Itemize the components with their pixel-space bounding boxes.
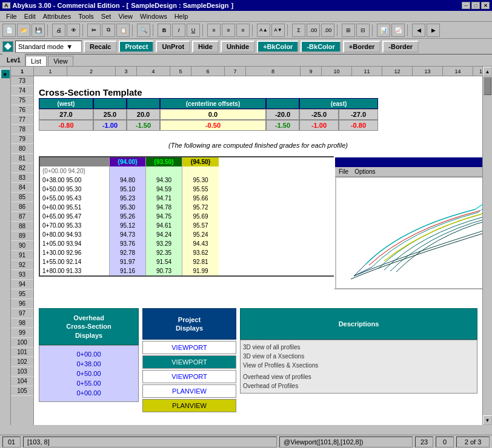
row-78-content — [34, 131, 482, 140]
new-btn[interactable]: 📄 — [2, 24, 16, 37]
popup-options-menu[interactable]: Options — [354, 168, 375, 175]
col4-row8: 94.43 — [182, 239, 219, 248]
cut-btn[interactable]: ✂ — [87, 24, 101, 37]
unhide-btn[interactable]: Unhide — [221, 41, 255, 53]
protect-btn[interactable]: Protect — [119, 41, 154, 53]
status-cell2: [103, 8] — [23, 436, 277, 447]
maximize-btn[interactable]: □ — [471, 2, 480, 9]
formula-btn[interactable]: .00 — [307, 24, 320, 37]
mode-dropdown[interactable]: Standard mode ▼ — [15, 41, 82, 53]
popup-file-menu[interactable]: File — [339, 168, 348, 175]
popup-viewport — [336, 178, 482, 288]
italic-btn[interactable]: I — [172, 24, 185, 37]
menu-help[interactable]: Help — [171, 12, 192, 21]
project-viewport-1[interactable]: VIEWPORT — [142, 341, 236, 354]
col1-row7: 0+80.00 94.93 — [40, 230, 109, 239]
underline-btn[interactable]: U — [187, 24, 200, 37]
overhead-item-2[interactable]: 0+38.00 — [42, 359, 136, 369]
spreadsheet-content[interactable]: Cross-Section Template (west) (centerlin… — [34, 76, 482, 425]
align-center-btn[interactable]: ≡ — [222, 24, 235, 37]
project-planview-2[interactable]: PLANVIEW — [142, 399, 236, 412]
row-100: 100 — [11, 338, 33, 348]
close-btn[interactable]: ✕ — [481, 2, 490, 9]
project-viewport-2[interactable]: VIEWPORT — [142, 355, 236, 369]
recalc-btn[interactable]: Recalc — [84, 41, 117, 53]
sum-btn[interactable]: Σ — [292, 24, 305, 37]
align-left-btn[interactable]: ≡ — [207, 24, 221, 37]
menu-set[interactable]: Set — [98, 12, 115, 21]
preview-btn[interactable]: 👁 — [67, 24, 80, 37]
val-20: 20.0 — [127, 109, 160, 120]
chart-btn[interactable]: 📊 — [377, 24, 390, 37]
col4-row2: 95.55 — [182, 185, 219, 194]
open-btn[interactable]: 📂 — [17, 24, 30, 37]
col2-header: {94.00} — [110, 157, 145, 166]
graph-btn[interactable]: 📈 — [391, 24, 405, 37]
menu-edit[interactable]: Edit — [21, 12, 39, 21]
find-btn[interactable]: 🔍 — [137, 24, 150, 37]
prev-btn[interactable]: ◀ — [412, 24, 425, 37]
project-planview-1[interactable]: PLANVIEW — [142, 384, 236, 398]
row-94: 94 — [11, 280, 33, 289]
col3-row9: 92.35 — [146, 248, 182, 257]
menu-tools[interactable]: Tools — [75, 12, 98, 21]
row-88: 88 — [11, 222, 33, 231]
scroll-up-btn[interactable]: ▲ — [483, 67, 492, 76]
profile-table: {0+00.00 94.20} 0+38.00 95.00 0+50.00 95… — [39, 156, 336, 277]
col3-row3: 94.71 — [146, 194, 182, 203]
overhead-panel: OverheadCross-SectionDisplays 0+00.00 0+… — [39, 308, 139, 413]
hide-btn[interactable]: Hide — [192, 41, 219, 53]
overhead-item-4[interactable]: 0+55.00 — [42, 378, 136, 388]
project-viewport-3[interactable]: VIEWPORT — [142, 370, 236, 383]
row-75: 75 — [11, 96, 33, 105]
insert-btn[interactable]: ⊞ — [342, 24, 355, 37]
overhead-item-5[interactable]: 0+00.00 — [42, 388, 136, 398]
col3-row10: 91.54 — [146, 257, 182, 266]
delete-btn[interactable]: ⊟ — [356, 24, 370, 37]
font-size-up-btn[interactable]: A▲ — [257, 24, 270, 37]
save-btn[interactable]: 💾 — [32, 24, 45, 37]
layer-icon[interactable]: ■ — [1, 69, 10, 79]
row-82: 82 — [11, 163, 33, 173]
next-btn[interactable]: ▶ — [427, 24, 440, 37]
paste-btn[interactable]: 📋 — [116, 24, 130, 37]
border-add-btn[interactable]: +Border — [343, 41, 381, 53]
tab-list[interactable]: List — [25, 56, 47, 66]
scroll-thumb[interactable] — [484, 77, 491, 95]
copy-btn[interactable]: ⧉ — [102, 24, 115, 37]
col4-row6: 95.57 — [182, 221, 219, 230]
border-remove-btn[interactable]: -Border — [382, 41, 419, 53]
bkcolor-add-btn[interactable]: +BkColor — [257, 41, 299, 53]
tab-view[interactable]: View — [48, 56, 73, 66]
bkcolor-remove-btn[interactable]: -BkColor — [301, 41, 341, 53]
print-btn[interactable]: 🖨 — [52, 24, 65, 37]
col2-row9: 92.78 — [110, 248, 145, 257]
col3-row6: 94.61 — [146, 221, 182, 230]
font-size-down-btn[interactable]: A▼ — [271, 24, 285, 37]
menu-attributes[interactable]: Attributes — [39, 12, 75, 21]
align-right-btn[interactable]: ≡ — [236, 24, 250, 37]
scrollbar-right[interactable]: ▲ ▼ — [482, 67, 492, 425]
overhead-item-1[interactable]: 0+00.00 — [42, 349, 136, 359]
menu-file[interactable]: File — [2, 12, 21, 21]
bold-btn[interactable]: B — [158, 24, 171, 37]
menu-view[interactable]: View — [115, 12, 136, 21]
unprot-btn[interactable]: UnProt — [156, 41, 190, 53]
row-91: 91 — [11, 251, 33, 260]
grade-neg050: -0.50 — [160, 120, 266, 131]
col-1: 1 — [34, 67, 67, 76]
col-11: 11 — [352, 67, 382, 76]
grade-neg150b: -1.50 — [266, 120, 299, 131]
overhead-item-3[interactable]: 0+50.00 — [42, 369, 136, 378]
row-num-header: 1 — [11, 67, 33, 76]
scroll-down-btn[interactable]: ▼ — [483, 415, 492, 425]
row-79: 79 — [11, 134, 33, 144]
popup-titlebar: ─ □ ✕ — [335, 157, 482, 167]
viewport-popup[interactable]: ─ □ ✕ File Options — [334, 156, 482, 289]
menu-windows[interactable]: Windows — [136, 12, 171, 21]
status-cell1: 01 — [2, 436, 21, 447]
minimize-btn[interactable]: ─ — [462, 2, 470, 9]
calc-btn[interactable]: .00 — [321, 24, 334, 37]
row-label-header: Lev1 — [2, 54, 25, 66]
col4-row11: 91.99 — [182, 266, 219, 275]
